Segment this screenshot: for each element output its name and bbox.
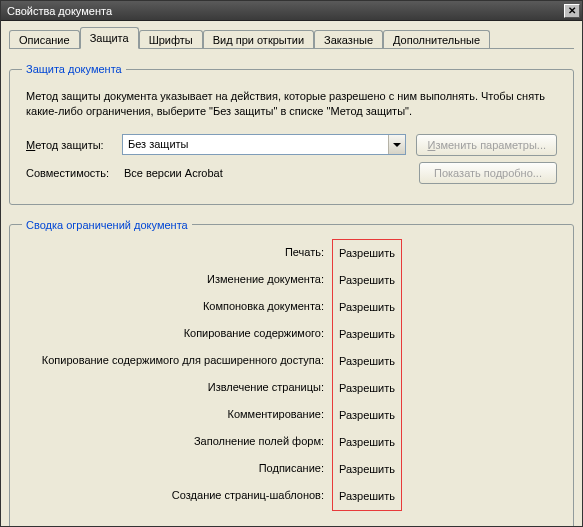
restriction-value: Разрешить (333, 321, 401, 348)
security-description: Метод защиты документа указывает на дейс… (26, 89, 557, 120)
tab-fonts[interactable]: Шрифты (139, 30, 203, 48)
document-security-legend: Защита документа (22, 63, 126, 75)
restriction-value: Разрешить (333, 348, 401, 375)
security-method-row: Метод защиты: Без защиты Изменить параме… (26, 134, 557, 156)
show-details-button[interactable]: Показать подробно... (419, 162, 557, 184)
compatibility-row: Совместимость: Все версии Acrobat Показа… (26, 162, 557, 184)
security-method-value: Без защиты (123, 135, 388, 154)
document-security-group: Защита документа Метод защиты документа … (9, 63, 574, 205)
change-settings-button[interactable]: Изменить параметры... (416, 134, 557, 156)
restrictions-table: Печать: Изменение документа: Компоновка … (22, 239, 561, 511)
restriction-label: Изменение документа: (22, 273, 332, 285)
restriction-value: Разрешить (333, 456, 401, 483)
restrictions-summary-group: Сводка ограничений документа Печать: Изм… (9, 219, 574, 527)
restrictions-summary-legend: Сводка ограничений документа (22, 219, 192, 231)
tab-strip: Описание Защита Шрифты Вид при открытии … (9, 27, 574, 49)
window-title: Свойства документа (7, 5, 112, 17)
tab-description[interactable]: Описание (9, 30, 80, 48)
restriction-label: Компоновка документа: (22, 300, 332, 312)
tab-security[interactable]: Защита (80, 27, 139, 49)
compatibility-label: Совместимость: (26, 167, 122, 179)
restriction-value: Разрешить (333, 240, 401, 267)
tab-advanced[interactable]: Дополнительные (383, 30, 490, 48)
tab-custom[interactable]: Заказные (314, 30, 383, 48)
compatibility-value: Все версии Acrobat (122, 164, 409, 182)
restriction-value: Разрешить (333, 375, 401, 402)
restriction-label: Извлечение страницы: (22, 381, 332, 393)
dialog-body: Описание Защита Шрифты Вид при открытии … (1, 21, 582, 527)
restriction-label: Печать: (22, 246, 332, 258)
restrictions-labels-col: Печать: Изменение документа: Компоновка … (22, 239, 332, 511)
restriction-label: Заполнение полей форм: (22, 435, 332, 447)
restriction-value: Разрешить (333, 267, 401, 294)
security-method-label: Метод защиты: (26, 139, 122, 151)
restriction-value: Разрешить (333, 294, 401, 321)
restrictions-values-col: Разрешить Разрешить Разрешить Разрешить … (332, 239, 402, 511)
security-method-combo[interactable]: Без защиты (122, 134, 406, 155)
restriction-label: Копирование содержимого: (22, 327, 332, 339)
title-bar: Свойства документа ✕ (1, 1, 582, 21)
tab-initial-view[interactable]: Вид при открытии (203, 30, 314, 48)
restriction-value: Разрешить (333, 429, 401, 456)
restriction-label: Подписание: (22, 462, 332, 474)
chevron-down-icon[interactable] (388, 135, 405, 154)
restriction-label: Копирование содержимого для расширенного… (22, 354, 332, 366)
restriction-label: Создание страниц-шаблонов: (22, 489, 332, 501)
restriction-value: Разрешить (333, 483, 401, 510)
restriction-label: Комментирование: (22, 408, 332, 420)
restriction-value: Разрешить (333, 402, 401, 429)
close-button[interactable]: ✕ (564, 4, 580, 18)
